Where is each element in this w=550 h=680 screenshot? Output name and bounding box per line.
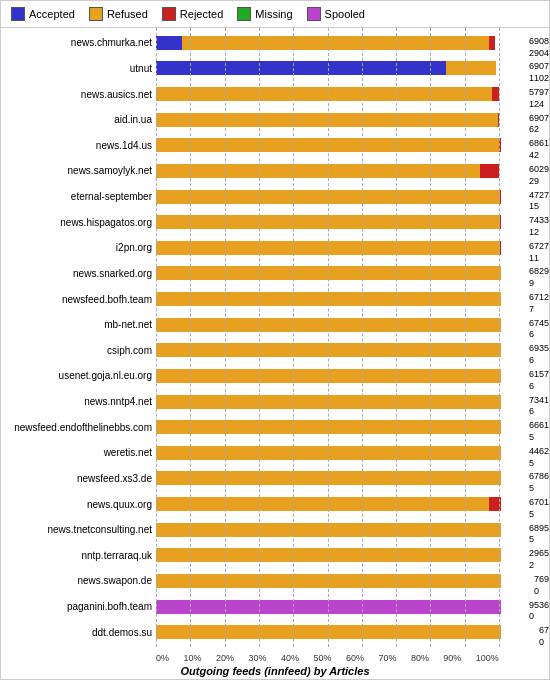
row-label: eternal-september: [1, 191, 156, 202]
bar-values: 69082904: [529, 36, 549, 59]
x-axis-label: 80%: [411, 653, 429, 663]
legend-item-spooled: Spooled: [307, 7, 365, 21]
bar-track: 7690: [156, 574, 501, 588]
row-label: news.tnetconsulting.net: [1, 524, 156, 535]
bar-values: 66615: [529, 420, 549, 443]
bar-refused: [156, 523, 501, 537]
bar-values: 602929: [529, 164, 549, 187]
table-row: paganini.bofh.team95360: [1, 598, 549, 616]
table-row: news.hispagatos.org743312: [1, 213, 549, 231]
bar-rejected: [489, 36, 495, 50]
row-label: aid.in.ua: [1, 114, 156, 125]
row-label: csiph.com: [1, 345, 156, 356]
legend-item-refused: Refused: [89, 7, 148, 21]
x-axis: 0%10%20%30%40%50%60%70%80%90%100%: [156, 653, 499, 663]
table-row: usenet.goja.nl.eu.org61576: [1, 367, 549, 385]
bar-refused: [182, 36, 489, 50]
bar-rejected: [499, 138, 501, 152]
bar-track: 29652: [156, 548, 501, 562]
row-label: news.samoylyk.net: [1, 165, 156, 176]
table-row: weretis.net44625: [1, 444, 549, 462]
bar-refused: [156, 292, 501, 306]
chart-title: Outgoing feeds (innfeed) by Articles: [1, 665, 549, 677]
legend-color-refused: [89, 7, 103, 21]
x-axis-label: 70%: [378, 653, 396, 663]
bars-wrapper: news.chmurka.net69082904utnut69071102new…: [1, 28, 549, 679]
row-label: news.1d4.us: [1, 140, 156, 151]
legend-label-spooled: Spooled: [325, 8, 365, 20]
table-row: ddt.demos.su670: [1, 623, 549, 641]
bar-track: 602929: [156, 164, 501, 178]
table-row: news.1d4.us686142: [1, 136, 549, 154]
row-label: news.snarked.org: [1, 268, 156, 279]
bar-refused: [156, 318, 501, 332]
bar-track: 5797124: [156, 87, 501, 101]
x-axis-label: 40%: [281, 653, 299, 663]
bar-refused: [156, 548, 501, 562]
bar-track: 472715: [156, 190, 501, 204]
bar-rejected: [498, 113, 500, 127]
chart-container: AcceptedRefusedRejectedMissingSpooled ne…: [0, 0, 550, 680]
bar-values: 7690: [534, 574, 549, 597]
bar-refused: [156, 190, 500, 204]
table-row: news.quux.org67015: [1, 495, 549, 513]
bar-track: 67456: [156, 318, 501, 332]
bar-track: 69082904: [156, 36, 501, 50]
x-axis-label: 10%: [183, 653, 201, 663]
table-row: news.chmurka.net69082904: [1, 34, 549, 52]
legend-label-accepted: Accepted: [29, 8, 75, 20]
table-row: csiph.com69356: [1, 341, 549, 359]
row-label: news.quux.org: [1, 499, 156, 510]
bar-refused: [156, 497, 489, 511]
bar-refused: [156, 87, 492, 101]
legend-color-accepted: [11, 7, 25, 21]
bar-track: 672711: [156, 241, 501, 255]
row-label: news.nntp4.net: [1, 396, 156, 407]
table-row: eternal-september472715: [1, 188, 549, 206]
bar-values: 686142: [529, 138, 549, 161]
bar-track: 73416: [156, 395, 501, 409]
bar-refused: [156, 369, 501, 383]
bar-values: 67865: [529, 471, 549, 494]
bar-track: 95360: [156, 600, 501, 614]
table-row: mb-net.net67456: [1, 316, 549, 334]
bar-track: 61576: [156, 369, 501, 383]
x-axis-label: 60%: [346, 653, 364, 663]
bar-rejected: [492, 87, 499, 101]
bar-refused: [156, 471, 501, 485]
x-axis-label: 50%: [313, 653, 331, 663]
bar-values: 95360: [529, 600, 549, 623]
row-label: paganini.bofh.team: [1, 601, 156, 612]
row-label: newsfeed.bofh.team: [1, 294, 156, 305]
bar-track: 690762: [156, 113, 501, 127]
table-row: newsfeed.xs3.de67865: [1, 469, 549, 487]
bar-track: 69071102: [156, 61, 501, 75]
bar-track: 68955: [156, 523, 501, 537]
bar-spooled: [156, 600, 501, 614]
legend-item-accepted: Accepted: [11, 7, 75, 21]
x-axis-label: 100%: [476, 653, 499, 663]
bar-track: 67865: [156, 471, 501, 485]
x-axis-label: 30%: [248, 653, 266, 663]
legend-label-missing: Missing: [255, 8, 292, 20]
bar-values: 69071102: [529, 61, 549, 84]
row-label: utnut: [1, 63, 156, 74]
bar-rejected: [500, 190, 501, 204]
legend-color-missing: [237, 7, 251, 21]
bar-values: 67456: [529, 318, 549, 341]
bar-refused: [156, 164, 480, 178]
row-label: news.chmurka.net: [1, 37, 156, 48]
x-axis-label: 0%: [156, 653, 169, 663]
legend-label-rejected: Rejected: [180, 8, 223, 20]
bar-refused: [156, 625, 501, 639]
row-label: i2pn.org: [1, 242, 156, 253]
bar-values: 68955: [529, 523, 549, 546]
bar-track: 743312: [156, 215, 501, 229]
legend-color-rejected: [162, 7, 176, 21]
bar-rejected: [480, 164, 499, 178]
table-row: newsfeed.endofthelinebbs.com66615: [1, 418, 549, 436]
row-label: news.hispagatos.org: [1, 217, 156, 228]
bar-values: 69356: [529, 343, 549, 366]
x-axis-label: 20%: [216, 653, 234, 663]
bar-track: 44625: [156, 446, 501, 460]
